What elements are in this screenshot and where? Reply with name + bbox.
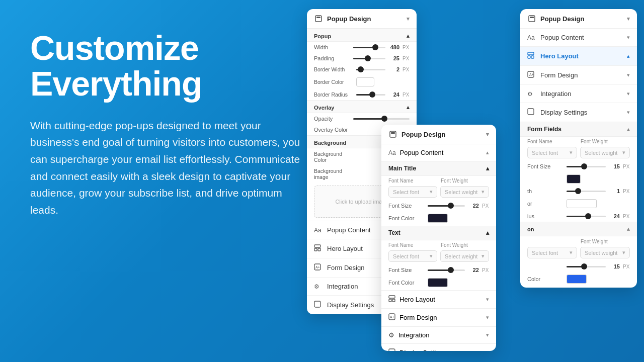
chevron-down-icon[interactable]: ▾ [627,16,630,22]
font-select-row: Select font ▾ Select weight ▾ [520,145,637,161]
display-settings-row-label: Display Settings [399,349,446,351]
text-font-name-label: Font Name [388,242,437,248]
border-radius-label: ius [527,213,564,219]
text-font-dropdown[interactable]: Select font ▾ [388,250,437,262]
border-width-track[interactable] [356,69,385,70]
integration-icon-2: ⚙ [314,283,323,290]
form-design-icon-3: A+ [388,313,395,322]
overlay-color-row: Color [520,272,637,288]
border-color-swatch[interactable] [356,77,374,86]
width-slider: Width 480 PX [307,42,417,53]
svg-rect-4 [531,56,534,58]
padding-track[interactable] [353,58,385,59]
color-swatch[interactable] [567,199,597,208]
hero-layout-row[interactable]: Hero Layout ▾ [381,290,496,308]
panels-wrapper: Popup Design ▾ Aa Popup Content ▾ Hero L… [302,0,644,362]
border-color-label: Border Color [314,79,353,85]
display-settings-row[interactable]: Display Settings ▾ [381,343,496,351]
chevron-down-icon: ▾ [570,249,573,256]
color-label: or [527,201,564,207]
font-size-track[interactable] [567,166,606,167]
sidebar-item-integration[interactable]: ⚙ Integration ▾ [520,85,637,103]
border-radius-thumb[interactable] [585,213,591,219]
svg-text:A+: A+ [390,315,394,319]
integration-row[interactable]: ⚙ Integration ▾ [381,326,496,343]
integration-label: Integration [540,90,571,98]
text-color-swatch[interactable] [428,278,448,287]
padding-unit: PX [403,56,410,61]
width-slider-track[interactable] [353,47,385,48]
padding-label: Padding [314,55,350,61]
padding-value: 25 [388,55,399,61]
font-labels-row: Font Name Font Weight [520,137,637,145]
main-title-font-dropdown[interactable]: Select font ▾ [388,186,437,198]
chevron-down-icon: ▾ [627,90,630,97]
chevron-up-icon: ▴ [627,126,630,133]
panel-front-title: Popup Design [401,131,445,138]
overlay-font-dropdown[interactable]: Select font ▾ [527,247,577,258]
chevron-down-icon: ▾ [430,189,433,195]
select-font-dropdown[interactable]: Select font ▾ [527,147,577,158]
sidebar-item-display-settings[interactable]: Display Settings ▾ [520,103,637,122]
popup-section-header: Popup ▴ [307,29,417,42]
popup-content-label: Popup Content [400,149,444,156]
text-font-weight-label: Font Weight [441,242,489,248]
width-unit: PX [623,189,630,194]
overlay-color-swatch[interactable] [567,275,587,284]
svg-rect-9 [316,17,320,18]
font-color-row [520,172,637,186]
border-width-label: Border Width [314,66,353,72]
select-weight-dropdown[interactable]: Select weight ▾ [580,147,630,158]
svg-rect-16 [390,131,396,137]
sidebar-item-hero-layout[interactable]: Hero Layout ▴ [520,47,637,66]
form-design-row[interactable]: A+ Form Design ▾ [381,308,496,326]
main-title-weight-dropdown[interactable]: Select weight ▾ [440,186,489,198]
sidebar-item-popup-content[interactable]: Aa Popup Content ▾ [520,29,637,47]
width-thumb[interactable] [575,188,581,194]
border-radius-unit: PX [403,92,410,98]
width-track[interactable] [567,191,606,192]
font-size-thumb[interactable] [581,163,587,169]
text-weight-dropdown[interactable]: Select weight ▾ [440,250,489,262]
font-size-slider-row: Font Size 15 PX [520,161,637,172]
sidebar-item-form-design[interactable]: A+ Form Design ▾ [520,66,637,85]
chevron-down-icon: ▾ [430,253,433,259]
main-title-size-track[interactable] [428,205,465,207]
form-design-label: Form Design [540,71,578,79]
overlay-font-weight-label: Font Weight [581,239,630,244]
popup-content-icon-3: Aa [388,149,396,156]
main-title-color-swatch[interactable] [428,214,448,223]
form-fields-label: Form Fields [527,126,561,133]
opacity-track[interactable] [353,118,410,120]
overlay-select-row: Select font ▾ Select weight ▾ [520,245,637,261]
width-label: Width [314,44,350,50]
bg-color-label: Background Color [314,151,350,163]
chevron-down-icon[interactable]: ▾ [407,16,410,22]
form-design-icon-2: A+ [314,263,323,272]
border-radius-row: Border Radius 24 PX [307,89,417,100]
panel-front-header: Popup Design ▾ [381,125,496,144]
display-settings-icon-3 [388,348,395,351]
width-unit: PX [403,45,410,50]
chevron-down-icon[interactable]: ▾ [486,131,489,138]
hero-section: Customize Everything With cutting-edge p… [30,30,312,218]
popup-content-row[interactable]: Aa Popup Content ▴ [381,144,496,161]
text-size-slider: Font Size 22 PX [381,264,496,276]
width-value: 480 [388,44,399,50]
font-weight-label: Font Weight [581,139,630,144]
upload-text: Click to upload image [335,199,388,205]
border-radius-track[interactable] [356,94,385,96]
hero-layout-icon [527,52,536,60]
overlay-weight-dropdown[interactable]: Select weight ▾ [580,247,630,258]
border-radius-track[interactable] [567,216,606,217]
main-title-size-unit: PX [482,203,489,209]
integration-menu-label: Integration [327,283,358,290]
display-settings-label: Display Settings [540,109,587,116]
padding-slider: Padding 25 PX [307,53,417,64]
overlay-size-track[interactable] [567,266,606,267]
font-name-label-3: Font Name [388,178,437,184]
font-color-swatch[interactable] [567,174,581,184]
text-font-row: Select font ▾ Select weight ▾ [381,249,496,264]
text-size-track[interactable] [428,269,465,271]
text-section-header: Text ▴ [381,226,496,240]
